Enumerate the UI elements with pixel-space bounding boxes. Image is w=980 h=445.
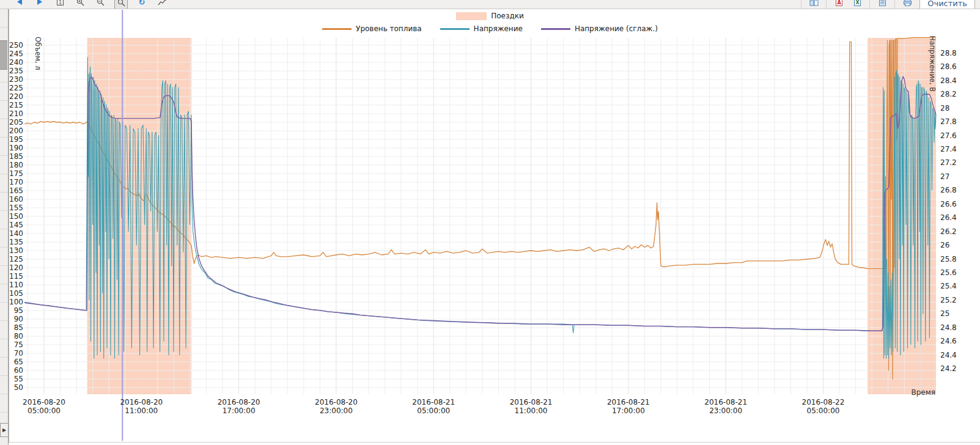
- clear-button[interactable]: Очистить: [919, 0, 975, 9]
- pdf-export-button[interactable]: A: [833, 0, 845, 8]
- left-axis-tick: 85: [14, 323, 23, 332]
- x-axis-tick-date: 2016-08-21: [510, 398, 553, 406]
- left-axis-tick: 110: [9, 281, 23, 289]
- left-axis-tick: 125: [9, 255, 23, 263]
- right-axis-tick: 28.4: [940, 76, 957, 85]
- back-icon: [16, 0, 23, 6]
- zoom-out-button[interactable]: [94, 0, 106, 8]
- pdf-icon: A: [835, 0, 843, 6]
- right-axis-tick: 26.4: [940, 213, 957, 222]
- left-axis-tick: 130: [9, 246, 23, 255]
- print-button[interactable]: [901, 0, 913, 8]
- timeline-chart[interactable]: 2502452402352302252202152102052001951901…: [0, 0, 980, 445]
- reset-zoom-icon: 1: [56, 0, 64, 6]
- toolbar: 1 ↻ A: [0, 0, 980, 9]
- svg-text:A: A: [837, 0, 841, 6]
- x-axis-tick-date: 2016-08-22: [802, 398, 845, 406]
- print-icon: [903, 0, 912, 6]
- back-button[interactable]: [13, 0, 26, 8]
- export-chart-button[interactable]: [156, 0, 168, 8]
- left-axis-tick: 230: [9, 75, 23, 84]
- right-axis-tick: 28: [940, 104, 949, 112]
- toolbar-separator: [894, 0, 895, 9]
- left-axis-tick: 210: [9, 109, 23, 118]
- right-axis-tick: 27.4: [940, 145, 957, 153]
- zoom-out-icon: [97, 0, 105, 6]
- reset-zoom-button[interactable]: 1: [54, 0, 66, 8]
- right-axis-tick: 26.6: [940, 200, 957, 208]
- right-axis-tick: 28.6: [940, 62, 957, 71]
- left-scrollbar[interactable]: ▶: [0, 9, 9, 445]
- left-axis-tick: 220: [9, 92, 23, 101]
- x-axis-tick-date: 2016-08-20: [218, 398, 260, 406]
- left-axis-tick: 150: [9, 212, 23, 221]
- left-axis-tick: 250: [9, 41, 23, 50]
- left-axis-tick: 100: [9, 298, 23, 306]
- scrollbar-thumb[interactable]: [0, 40, 7, 70]
- left-axis-tick: 95: [14, 306, 23, 315]
- x-axis-tick-time: 11:00:00: [125, 406, 158, 415]
- left-axis-tick: 205: [9, 118, 23, 127]
- left-axis-tick: 185: [9, 152, 23, 161]
- left-axis-tick: 105: [9, 289, 23, 298]
- report-button[interactable]: [808, 0, 820, 8]
- report-icon: [809, 0, 819, 6]
- left-axis-tick: 50: [14, 383, 23, 392]
- svg-text:1: 1: [58, 0, 61, 6]
- left-axis-tick: 235: [9, 67, 23, 75]
- left-axis-tick: 145: [9, 221, 23, 229]
- right-axis-tick: 27: [940, 172, 949, 181]
- x-axis-tick-time: 05:00:00: [28, 406, 61, 415]
- left-axis-tick: 80: [14, 332, 23, 340]
- refresh-button[interactable]: ↻: [136, 0, 148, 8]
- left-axis-tick: 160: [9, 195, 23, 204]
- left-axis-tick: 55: [14, 375, 23, 383]
- x-axis-tick-date: 2016-08-20: [120, 398, 163, 406]
- left-axis-tick: 60: [14, 366, 23, 375]
- left-axis-tick: 165: [9, 186, 23, 195]
- right-axis-tick: 26: [940, 241, 949, 249]
- left-axis-tick: 195: [9, 135, 23, 144]
- left-axis-tick: 120: [9, 263, 23, 272]
- right-axis-tick: 25.4: [940, 282, 957, 290]
- zoom-select-button[interactable]: [114, 0, 128, 9]
- right-axis-tick: 28.2: [940, 90, 957, 98]
- zoom-select-icon: [117, 0, 125, 7]
- left-axis-tick: 190: [9, 144, 23, 152]
- right-axis-tick: 24.8: [940, 323, 957, 332]
- export-chart-icon: [158, 0, 166, 6]
- toolbar-separator: [869, 0, 870, 9]
- right-axis-tick: 24.2: [940, 364, 957, 373]
- right-axis-tick: 26.2: [940, 227, 957, 236]
- x-axis-tick-date: 2016-08-20: [23, 398, 65, 406]
- app-window: 2502452402352302252202152102052001951901…: [0, 0, 980, 445]
- excel-export-button[interactable]: X: [851, 0, 863, 8]
- left-axis-tick: 200: [9, 127, 23, 135]
- zoom-in-button[interactable]: [74, 0, 86, 8]
- right-axis-tick: 27.6: [940, 131, 957, 140]
- forward-button[interactable]: [34, 0, 46, 8]
- left-axis-tick: 240: [9, 58, 23, 67]
- left-axis-tick: 215: [9, 101, 23, 109]
- toolbar-right-group: A X Очистить: [801, 0, 975, 9]
- x-axis-tick-time: 05:00:00: [807, 406, 840, 415]
- forward-icon: [36, 0, 43, 6]
- left-axis-tick: 135: [9, 238, 23, 246]
- x-axis-tick-time: 11:00:00: [515, 406, 548, 415]
- left-axis-tick: 90: [14, 315, 23, 323]
- x-axis-title: Время: [893, 388, 935, 397]
- svg-text:X: X: [855, 0, 860, 6]
- expand-arrow-icon: ▶: [2, 427, 6, 433]
- x-axis-tick-time: 05:00:00: [417, 406, 450, 415]
- right-axis-tick: 27.2: [940, 158, 957, 167]
- right-axis-tick: 28.8: [940, 49, 957, 57]
- refresh-icon: ↻: [139, 0, 146, 7]
- x-axis-tick-time: 23:00:00: [320, 406, 353, 415]
- left-axis-title: Объем, л: [34, 37, 42, 70]
- zoom-in-icon: [76, 0, 84, 6]
- x-axis-tick-date: 2016-08-21: [704, 398, 747, 406]
- panel-expand-button[interactable]: ▶: [0, 423, 9, 437]
- toolbar-left-group: 1 ↻: [13, 0, 168, 9]
- list-view-button[interactable]: [876, 0, 888, 8]
- right-axis-tick: 24.4: [940, 351, 957, 359]
